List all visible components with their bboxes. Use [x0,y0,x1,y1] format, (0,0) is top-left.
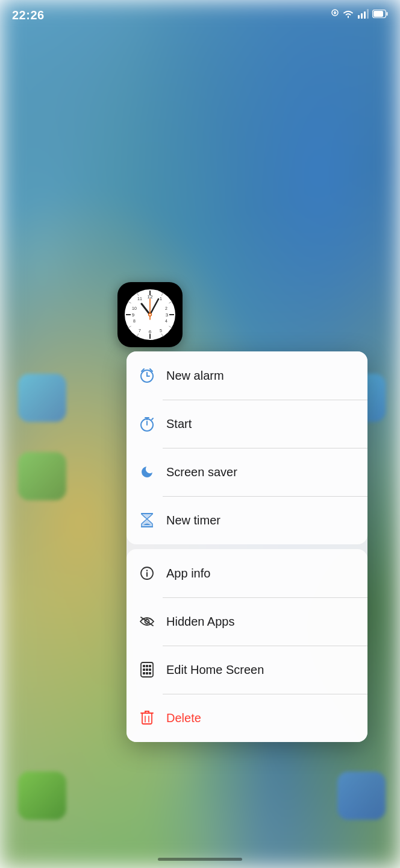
edit-home-screen-label: Edit Home Screen [166,663,264,677]
edit-home-screen-item[interactable]: Edit Home Screen [127,646,367,694]
svg-rect-7 [387,12,388,16]
bg-icon [337,772,386,820]
context-menu: New alarm Start Screen saver [127,351,367,742]
hourglass-icon [137,511,157,530]
start-item[interactable]: Start [127,400,367,448]
new-timer-label: New timer [166,514,220,527]
start-label: Start [166,417,192,431]
svg-rect-4 [364,11,366,19]
svg-text:5: 5 [160,329,162,333]
bg-icon [18,374,66,422]
clock-app-icon[interactable]: 12 3 6 9 1 2 4 5 7 8 10 11 [117,282,183,347]
hidden-apps-item[interactable]: Hidden Apps [127,597,367,646]
svg-rect-5 [367,9,369,19]
svg-rect-63 [149,672,151,675]
shortcuts-section: New alarm Start Screen saver [127,351,367,544]
actions-section: App info Hidden Apps [127,549,367,742]
bg-icon [18,772,66,820]
svg-text:3: 3 [166,312,169,318]
delete-label: Delete [166,711,201,725]
svg-rect-57 [149,665,151,667]
svg-point-38 [149,314,151,316]
hidden-apps-label: Hidden Apps [166,615,234,629]
app-info-item[interactable]: App info [127,549,367,597]
alarm-icon [137,366,157,385]
battery-icon [372,10,388,20]
status-icons [331,9,388,21]
phone-grid-icon [137,660,157,679]
download-icon [331,9,339,21]
new-alarm-label: New alarm [166,369,224,383]
stopwatch-icon [137,414,157,433]
screen-saver-label: Screen saver [166,465,237,479]
svg-rect-58 [143,668,145,671]
svg-text:8: 8 [133,319,136,323]
svg-rect-64 [142,713,152,724]
status-bar: 22:26 [0,0,400,30]
wifi-icon [342,9,354,21]
app-info-label: App info [166,567,210,580]
svg-rect-60 [149,668,151,671]
svg-rect-55 [143,665,145,667]
eye-slash-icon [137,612,157,631]
svg-line-48 [152,418,153,420]
moon-icon [137,462,157,482]
svg-text:7: 7 [139,329,141,333]
svg-text:9: 9 [132,312,135,318]
svg-rect-61 [143,672,145,675]
svg-point-51 [146,570,148,571]
svg-text:1: 1 [160,297,162,301]
svg-rect-62 [146,672,148,675]
svg-rect-56 [146,665,148,667]
svg-rect-3 [361,13,363,19]
trash-icon [137,708,157,728]
svg-line-53 [141,617,153,626]
new-alarm-item[interactable]: New alarm [127,351,367,400]
svg-text:11: 11 [137,297,142,301]
info-icon [137,564,157,583]
signal-icon [358,9,369,21]
delete-item[interactable]: Delete [127,694,367,742]
bg-icon [18,452,66,500]
svg-rect-8 [373,11,383,17]
clock-face-svg: 12 3 6 9 1 2 4 5 7 8 10 11 [123,288,177,341]
new-timer-item[interactable]: New timer [127,496,367,544]
status-time: 22:26 [12,8,45,22]
svg-text:2: 2 [165,306,167,310]
svg-rect-2 [358,15,360,19]
svg-text:4: 4 [165,319,167,323]
home-indicator [158,858,242,861]
svg-text:10: 10 [132,306,137,310]
svg-rect-59 [146,668,148,671]
svg-text:6: 6 [149,329,152,335]
screen-saver-item[interactable]: Screen saver [127,448,367,496]
